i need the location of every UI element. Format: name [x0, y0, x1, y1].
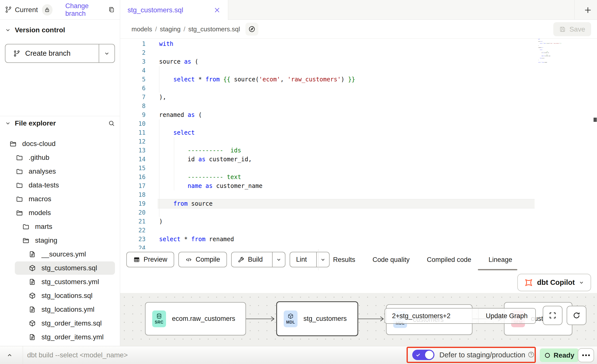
update-graph-button[interactable]: Update Graph — [478, 308, 536, 324]
search-icon[interactable] — [108, 120, 115, 127]
code-line-24[interactable]: 24 — [120, 244, 597, 249]
code-line-2[interactable]: 2 — [120, 48, 597, 57]
code-line-6[interactable]: 6 — [120, 84, 597, 93]
create-branch-main[interactable]: Create branch — [5, 44, 99, 62]
code-line-18[interactable]: 18 — [120, 190, 597, 199]
tree-item-macros[interactable]: macros — [0, 192, 120, 206]
tree-item-label: staging — [35, 237, 57, 244]
build-main[interactable]: Build — [232, 252, 269, 267]
compile-button[interactable]: Compile — [178, 252, 227, 267]
status-circle-icon — [544, 352, 551, 359]
folder-open-icon — [22, 237, 30, 244]
chevron-up-icon[interactable] — [6, 352, 13, 359]
folder-icon — [16, 182, 23, 189]
lineage-toolbar: dbt Copilot — [120, 270, 597, 293]
close-icon[interactable] — [214, 7, 221, 14]
file-icon — [29, 251, 36, 258]
code-line-14[interactable]: 14 id as customer_id, — [120, 155, 597, 164]
tree-item-staging[interactable]: staging — [0, 234, 120, 247]
tree-item-docs-cloud[interactable]: docs-cloud — [0, 137, 120, 151]
tree-item-data-tests[interactable]: data-tests — [0, 178, 120, 192]
copy-icon[interactable] — [108, 6, 115, 14]
code-line-5[interactable]: 5 select * from {{ source('ecom', 'raw_c… — [120, 75, 597, 84]
tree-item-label: .github — [29, 154, 49, 162]
action-bar: Preview Compile Build — [120, 249, 597, 270]
lint-main[interactable]: Lint — [290, 252, 313, 267]
help-icon[interactable] — [528, 351, 535, 359]
minimap[interactable]: withsource as ( select * from {{ source(… — [537, 39, 565, 63]
tree-item-models[interactable]: models — [0, 206, 120, 220]
model-icon — [29, 264, 36, 272]
code-line-22[interactable]: 22 — [120, 226, 597, 235]
tree-item-stg-locations-sql[interactable]: stg_locations.sql — [0, 289, 120, 303]
refresh-button[interactable] — [567, 306, 586, 325]
line-number: 23 — [120, 235, 146, 244]
dbt-copilot-button[interactable]: dbt Copilot — [517, 274, 591, 291]
tree-item--github[interactable]: .github — [0, 151, 120, 164]
lint-button[interactable]: Lint — [290, 252, 330, 267]
build-button[interactable]: Build — [231, 252, 285, 267]
code-line-9[interactable]: 9renamed as ( — [120, 110, 597, 119]
line-number: 6 — [120, 84, 146, 93]
tab-results[interactable]: Results — [333, 256, 355, 264]
code-line-21[interactable]: 21) — [120, 217, 597, 226]
tree-item-label: stg_order_items.yml — [41, 333, 104, 341]
tree-item-stg-locations-yml[interactable]: stg_locations.yml — [0, 303, 120, 316]
tree-item-label: stg_customers.yml — [41, 278, 99, 286]
breadcrumb-part: models — [131, 25, 152, 33]
change-branch-link[interactable]: Change branch — [65, 2, 108, 18]
tree-item--sources-yml[interactable]: __sources.yml — [0, 247, 120, 261]
tree-item-stg-customers-yml[interactable]: stg_customers.yml — [0, 275, 120, 289]
code-line-3[interactable]: 3source as ( — [120, 57, 597, 66]
line-number: 8 — [120, 102, 146, 110]
code-line-17[interactable]: 17 name as customer_name — [120, 182, 597, 190]
model-navigate-button[interactable] — [245, 23, 258, 36]
lineage-node-ecom-raw-customers[interactable]: SRC ecom.raw_customers — [145, 302, 246, 335]
code-line-15[interactable]: 15 — [120, 164, 597, 173]
chevron-down-icon — [579, 280, 584, 285]
tree-item-stg-order-items-yml[interactable]: stg_order_items.yml — [0, 330, 120, 344]
folder-icon — [22, 223, 30, 230]
lineage-selector-input[interactable]: 2+stg_customers+2 — [385, 308, 479, 324]
tree-item-stg-customers-sql[interactable]: stg_customers.sql — [0, 261, 120, 275]
tree-item-analyses[interactable]: analyses — [0, 164, 120, 178]
preview-button[interactable]: Preview — [126, 252, 174, 267]
file-explorer-section-header[interactable]: File explorer — [5, 116, 115, 130]
tab-lineage[interactable]: Lineage — [488, 256, 512, 264]
code-line-12[interactable]: 12 — [120, 137, 597, 146]
lineage-canvas[interactable]: SRC ecom.raw_customers MDL stg_customers… — [120, 293, 597, 346]
tab-compiled-code[interactable]: Compiled code — [427, 256, 471, 264]
command-input[interactable] — [27, 346, 215, 364]
create-branch-button[interactable]: Create branch — [5, 44, 115, 63]
tree-item-marts[interactable]: marts — [0, 220, 120, 234]
more-options-button[interactable] — [578, 348, 594, 362]
save-label: Save — [569, 25, 585, 33]
code-line-19[interactable]: 19 from source — [120, 199, 597, 208]
code-line-23[interactable]: 23select * from renamed — [120, 235, 597, 244]
code-line-7[interactable]: 7), — [120, 93, 597, 102]
scrollbar-thumb[interactable] — [594, 118, 597, 122]
code-line-10[interactable]: 10 — [120, 119, 597, 128]
code-line-1[interactable]: 1with — [120, 39, 597, 48]
build-dropdown[interactable] — [272, 252, 285, 267]
tree-item-stg-order-items-sql[interactable]: stg_order_items.sql — [0, 316, 120, 330]
save-button[interactable]: Save — [553, 22, 591, 36]
code-line-13[interactable]: 13 ---------- ids — [120, 146, 597, 155]
fullscreen-button[interactable] — [543, 306, 562, 325]
tab-stg-customers-sql[interactable]: stg_customers.sql — [120, 0, 228, 20]
create-branch-dropdown[interactable] — [99, 44, 114, 62]
lineage-node-stg-customers[interactable]: MDL stg_customers — [276, 301, 358, 336]
tab-code-quality[interactable]: Code quality — [373, 256, 410, 264]
code-line-20[interactable]: 20 — [120, 208, 597, 217]
new-tab-button[interactable] — [582, 4, 594, 16]
code-editor[interactable]: 1with23source as (45 select * from {{ so… — [120, 39, 597, 249]
version-control-section-header[interactable]: Version control — [5, 23, 115, 37]
line-number: 1 — [120, 39, 146, 48]
code-line-8[interactable]: 8 — [120, 102, 597, 110]
code-line-16[interactable]: 16 ---------- text — [120, 173, 597, 182]
code-lines[interactable]: 1with23source as (45 select * from {{ so… — [120, 39, 597, 249]
folder-icon — [16, 154, 23, 161]
code-line-11[interactable]: 11 select — [120, 128, 597, 137]
defer-toggle[interactable] — [412, 350, 434, 360]
code-line-4[interactable]: 4 — [120, 66, 597, 75]
